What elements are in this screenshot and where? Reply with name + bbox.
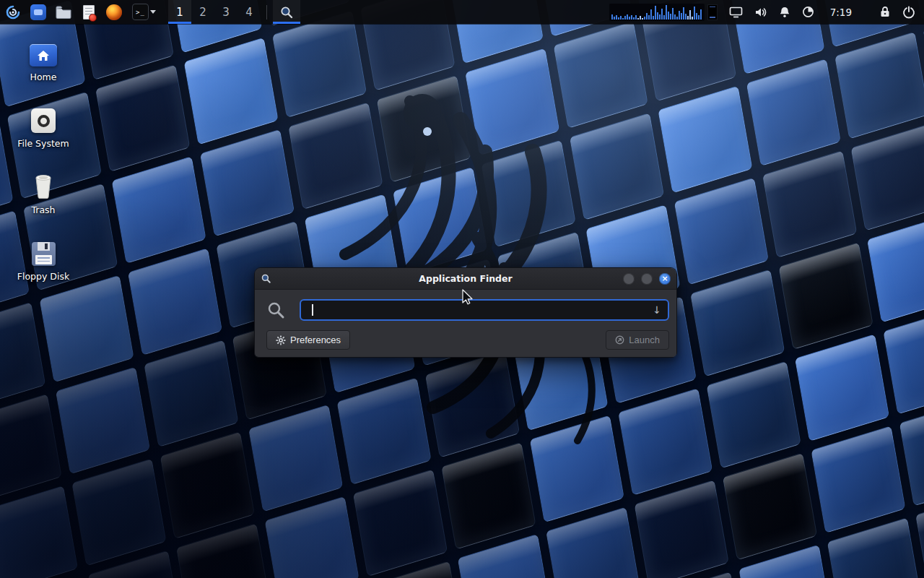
cube: [707, 361, 801, 469]
kali-applications-menu[interactable]: [4, 3, 22, 22]
lock-icon[interactable]: [879, 6, 891, 18]
search-entry[interactable]: ↓: [300, 299, 669, 321]
graph-bar: [687, 16, 689, 20]
system-monitor-block[interactable]: [707, 4, 718, 20]
panel-separator: [266, 5, 267, 20]
preferences-label: Preferences: [290, 335, 341, 345]
display-icon[interactable]: [729, 7, 743, 18]
dragon-silhouette: [217, 51, 664, 455]
chevron-down-icon[interactable]: [150, 10, 156, 14]
desktop-icon-label: Floppy Disk: [17, 271, 69, 282]
text-editor-launcher[interactable]: [79, 3, 98, 22]
file-manager-launcher[interactable]: [29, 3, 48, 22]
graph-bar: [637, 18, 639, 20]
maximize-button[interactable]: [641, 273, 653, 285]
graph-bar: [679, 11, 680, 20]
graph-bar: [614, 17, 615, 20]
cube: [0, 486, 78, 578]
graph-bar: [661, 9, 663, 20]
file-manager-icon: [30, 4, 46, 20]
taskbar-application-finder[interactable]: [273, 0, 300, 24]
graph-bar: [670, 14, 671, 20]
cube: [264, 496, 359, 578]
graph-bar: [650, 9, 652, 20]
notifications-bell-icon[interactable]: [779, 6, 790, 18]
close-button[interactable]: ×: [659, 273, 671, 285]
trash-icon: [31, 172, 56, 199]
graph-bar: [685, 14, 687, 20]
cube: [0, 302, 45, 410]
desktop-icon-file-system[interactable]: File System: [10, 104, 77, 149]
cube: [867, 215, 924, 323]
graph-bar: [676, 17, 678, 20]
cube: [811, 426, 905, 533]
cube: [746, 59, 841, 166]
graph-bar: [653, 16, 654, 20]
graph-bar: [620, 16, 622, 20]
window-titlebar[interactable]: Application Finder ×: [255, 268, 676, 290]
workspace-3[interactable]: 3: [214, 0, 237, 24]
system-tray: 7:19: [718, 6, 924, 19]
firefox-icon: [106, 4, 122, 20]
cube: [723, 453, 817, 561]
folder-launcher[interactable]: [54, 3, 73, 22]
graph-bar: [672, 8, 674, 20]
cube: [441, 442, 536, 550]
graph-bar: [618, 17, 619, 20]
graph-bar: [622, 18, 624, 20]
workspace-2[interactable]: 2: [191, 0, 214, 24]
desktop-icon-home[interactable]: Home: [10, 38, 77, 82]
cube: [71, 458, 166, 566]
desktop-icon-label: Home: [30, 72, 57, 82]
desktop-icon-label: File System: [17, 138, 69, 149]
cube: [674, 177, 769, 285]
entry-dropdown-arrow-icon[interactable]: ↓: [653, 304, 661, 316]
graph-bar: [681, 13, 682, 20]
power-logout-icon[interactable]: [902, 6, 915, 19]
search-window-icon: [279, 5, 294, 20]
workspace-1[interactable]: 1: [168, 0, 191, 24]
terminal-launcher[interactable]: >_: [130, 3, 158, 22]
graph-bar: [655, 6, 656, 20]
workspace-4[interactable]: 4: [237, 0, 261, 24]
graph-bar: [616, 15, 617, 20]
desktop-icon-label: Trash: [31, 204, 55, 215]
cube: [111, 156, 206, 264]
floppy-disk-icon: [32, 242, 56, 266]
volume-icon[interactable]: [754, 7, 767, 18]
system-monitor-graph[interactable]: [609, 4, 705, 21]
graph-bar: [689, 10, 691, 20]
top-panel: >_ 1 2 3 4 7: [0, 0, 924, 24]
launch-button[interactable]: Launch: [606, 330, 669, 350]
clock[interactable]: 7:19: [830, 7, 852, 18]
window-title: Application Finder: [255, 273, 676, 284]
graph-bar: [674, 14, 676, 20]
desktop-icon-list: Home File System Trash Floppy Disk: [10, 38, 77, 282]
graph-bar: [629, 17, 630, 20]
cube: [795, 334, 889, 441]
graph-bar: [683, 7, 684, 20]
search-input[interactable]: [313, 304, 653, 316]
folder-icon: [56, 6, 71, 19]
cube: [779, 242, 873, 350]
edit-badge-icon: [89, 14, 97, 22]
graph-bar: [663, 15, 665, 20]
cube: [39, 275, 134, 382]
graph-bar: [700, 9, 702, 20]
firefox-launcher[interactable]: [105, 3, 123, 22]
cube: [834, 32, 924, 139]
window-body: ↓ Preferences: [255, 290, 676, 357]
graph-bar: [696, 13, 697, 20]
graph-bar: [659, 14, 661, 20]
preferences-button[interactable]: Preferences: [266, 330, 350, 350]
search-icon: [266, 301, 285, 319]
disk-usage-icon[interactable]: [802, 6, 814, 18]
graph-bar: [631, 15, 632, 20]
graph-bar: [633, 17, 635, 20]
desktop-icon-trash[interactable]: Trash: [10, 171, 77, 215]
graph-bar: [635, 15, 637, 20]
window-icon-search: [261, 273, 271, 284]
workspace-switcher: 1 2 3 4: [168, 0, 261, 24]
desktop-icon-floppy-disk[interactable]: Floppy Disk: [10, 237, 77, 282]
minimize-button[interactable]: [623, 273, 635, 285]
